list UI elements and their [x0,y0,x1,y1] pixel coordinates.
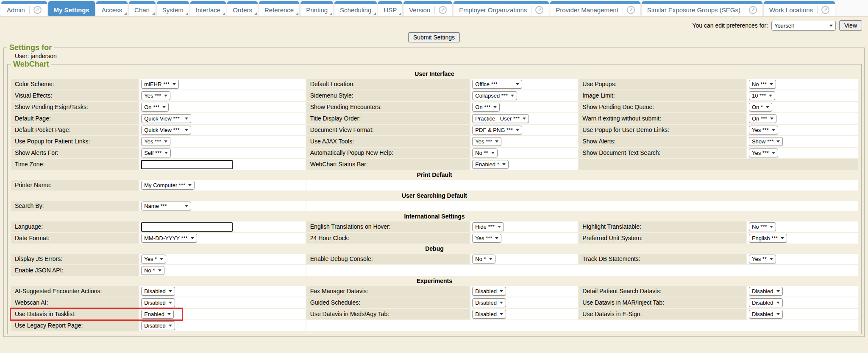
nav-tab-system[interactable]: System [157,1,189,16]
select-show-alerts[interactable]: Show *** [749,137,783,146]
input-language[interactable] [141,222,233,232]
external-link-wrap[interactable]: ↗ [531,6,543,14]
nav-tab-similar-exposure-groups-segs[interactable]: Similar Exposure Groups (SEGs)↗ [642,1,762,16]
select-automatically-popup-new-help[interactable]: No ** [472,148,497,157]
select-value: Yes *** [144,92,161,99]
label-use-datavis-in-mar-inject-tab: Use Datavis in MAR/Inject Tab: [579,297,746,308]
select-preferred-unit-system[interactable]: English *** [749,234,787,243]
section-title-experiments: Experiments [11,277,858,285]
select-use-popup-for-user-demo-links[interactable]: Yes *** [749,126,778,134]
input-time-zone[interactable] [141,160,233,169]
select-use-datavis-in-e-sign[interactable]: Disabled [749,310,783,319]
select-use-datavis-in-tasklist[interactable]: Enabled [141,310,174,319]
select-use-popup-for-patient-links[interactable]: Yes *** [141,137,170,146]
select-detail-patient-search-datavis[interactable]: Disabled [749,287,783,296]
nav-tab-provider-management[interactable]: Provider Management↗ [550,1,640,16]
select-24-hour-clock[interactable]: Yes *** [472,234,501,243]
select-show-alerts-for[interactable]: Self *** [141,148,171,157]
select-color-scheme[interactable]: miEHR *** [141,80,179,89]
select-use-legacy-report-page[interactable]: Disabled [141,321,175,330]
select-default-pocket-page[interactable]: Quick View *** [141,126,191,134]
select-enable-json-api[interactable]: No * [141,266,164,275]
webchart-section: WebChart User InterfaceColor Scheme:miEH… [7,60,862,334]
select-highlight-translatable[interactable]: No *** [749,222,776,231]
chevron-down-icon [781,237,784,239]
select-value: Disabled [752,300,773,306]
nav-tab-scheduling[interactable]: Scheduling [334,1,377,16]
chevron-down-icon [516,83,519,85]
control-cell: Disabled [139,320,306,331]
settings-row: Default Page:Quick View ***Title Display… [11,113,858,124]
select-use-popups[interactable]: No *** [749,80,776,89]
nav-tab-label: Reference [264,6,294,14]
settings-row: Search By:Name *** [11,201,858,211]
select-show-document-text-search[interactable]: Yes *** [749,148,778,157]
nav-tab-chart[interactable]: Chart [129,1,156,16]
external-link-wrap[interactable]: ↗ [623,6,635,14]
label-guided-schedules: Guided Schedules: [306,297,470,308]
control-cell: Name *** [139,201,306,211]
settings-row: Use Popup for Patient Links:Yes ***Use A… [11,136,858,147]
nav-tab-label: Employer Organizations [459,6,527,14]
submit-settings-button[interactable]: Submit Settings [408,32,460,42]
select-ai-suggested-encounter-actions[interactable]: Disabled [141,287,175,296]
label-default-pocket-page: Default Pocket Page: [11,125,139,135]
select-default-page[interactable]: Quick View *** [141,114,191,123]
nav-tab-version[interactable]: Version↗ [403,1,452,16]
select-guided-schedules[interactable]: Disabled [472,298,506,307]
nav-tab-printing[interactable]: Printing [300,1,333,16]
select-default-location[interactable]: Office *** [472,80,522,89]
label-title-display-order: Title Display Order: [306,113,470,124]
select-value: Hide *** [475,224,495,230]
select-show-pending-esign-tasks[interactable]: On *** [141,103,169,112]
nav-tab-reference[interactable]: Reference [259,1,299,16]
chevron-down-icon [495,140,498,143]
select-image-limit[interactable]: 10 *** [749,91,775,100]
select-webscan-ai[interactable]: Disabled [141,298,175,307]
nav-tab-work-locations[interactable]: Work Locations↗ [764,1,835,16]
nav-tab-orders[interactable]: Orders [227,1,258,16]
control-cell: No ** [470,148,578,158]
nav-tab-admin[interactable]: Admin↗ [1,1,47,16]
control-cell: My Computer *** [139,180,306,191]
select-english-translations-on-hover[interactable]: Hide *** [472,222,504,231]
external-link-wrap[interactable]: ↗ [29,6,42,14]
select-visual-effects[interactable]: Yes *** [141,91,170,100]
select-printer-name[interactable]: My Computer *** [141,181,195,190]
select-display-js-errors[interactable]: Yes * [141,255,166,263]
nav-tab-employer-organizations[interactable]: Employer Organizations↗ [453,1,549,16]
select-title-display-order[interactable]: Practice - User *** [472,114,529,123]
select-warn-if-exiting-without-submit[interactable]: On *** [749,114,776,123]
select-value: Disabled [475,300,497,306]
view-button[interactable]: View [839,20,862,31]
select-webchart-status-bar[interactable]: Enabled * [472,160,508,169]
select-track-db-statements[interactable]: Yes ** [749,255,776,263]
external-link-wrap[interactable]: ↗ [434,6,447,14]
select-show-pending-doc-queue[interactable]: On * [749,103,772,112]
nav-tab-access[interactable]: Access [96,1,128,16]
select-enable-debug-console[interactable]: No * [472,255,495,263]
nav-tab-my-settings[interactable]: My Settings [48,1,95,16]
select-use-datavis-in-mar-inject-tab[interactable]: Disabled [749,298,783,307]
chevron-down-icon [516,129,519,131]
nav-tab-interface[interactable]: Interface [190,1,226,16]
nav-tab-hsp[interactable]: HSP [378,1,402,16]
select-sidemenu-style[interactable]: Collapsed *** [472,91,517,100]
select-document-view-format[interactable]: PDF & PNG *** [472,126,522,134]
select-use-ajax-tools[interactable]: Yes *** [472,137,501,146]
chevron-down-icon [770,83,773,85]
external-link-wrap[interactable]: ↗ [745,6,757,14]
select-search-by[interactable]: Name *** [141,202,191,210]
select-use-datavis-in-meds-agy-tab[interactable]: Disabled [472,310,506,319]
chevron-down-icon [772,129,775,131]
user-line: User: janderson [6,52,862,60]
external-link-wrap[interactable]: ↗ [817,6,829,14]
select-fax-manager-datavis[interactable]: Disabled [472,287,506,296]
label-warn-if-exiting-without-submit: Warn if exiting without submit: [579,113,746,124]
edit-prefs-select[interactable]: Yourself [771,21,836,31]
chevron-down-icon [158,269,161,272]
select-date-format[interactable]: MM-DD-YYYY *** [141,234,197,243]
label-track-db-statements: Track DB Statements: [579,254,746,264]
select-show-pending-encounters[interactable]: On *** [472,103,500,112]
label-use-legacy-report-page: Use Legacy Report Page: [11,320,139,331]
